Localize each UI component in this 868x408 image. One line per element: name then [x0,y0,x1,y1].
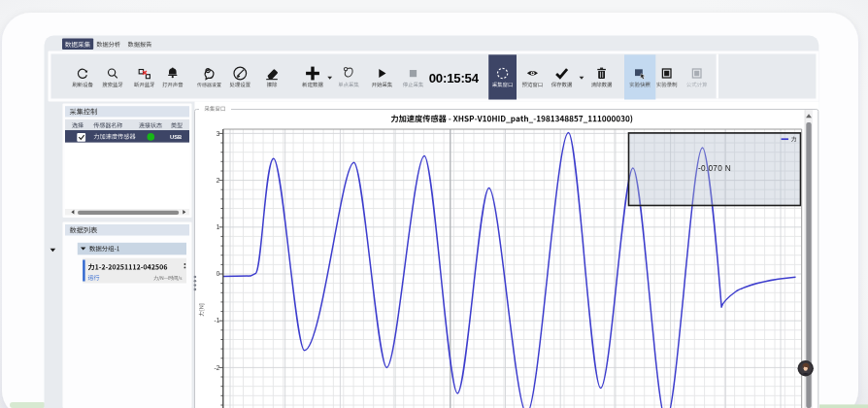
svg-text:USB: USB [170,134,182,140]
svg-text:-0.070 N: -0.070 N [698,163,731,173]
svg-text:00:15:54: 00:15:54 [429,71,480,85]
